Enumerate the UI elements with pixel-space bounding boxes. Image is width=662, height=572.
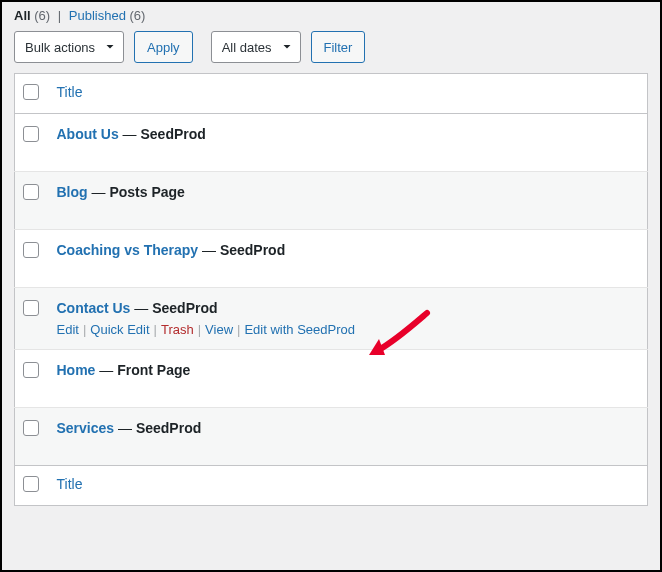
row-title-link[interactable]: About Us: [57, 126, 119, 142]
row-title-link[interactable]: Contact Us: [57, 300, 131, 316]
date-filter-select[interactable]: All dates: [211, 31, 301, 63]
row-state: SeedProd: [220, 242, 285, 258]
action-quick-edit[interactable]: Quick Edit: [90, 322, 149, 337]
filter-button[interactable]: Filter: [311, 31, 366, 63]
bulk-actions-select[interactable]: Bulk actions: [14, 31, 124, 63]
table-row: Contact Us — SeedProdEdit|Quick Edit|Tra…: [15, 288, 648, 350]
filter-all[interactable]: All (6): [14, 8, 54, 23]
table-row: Blog — Posts Page: [15, 172, 648, 230]
row-state: SeedProd: [152, 300, 217, 316]
action-edit-seedprod[interactable]: Edit with SeedProd: [244, 322, 355, 337]
row-checkbox[interactable]: [23, 242, 39, 258]
apply-button[interactable]: Apply: [134, 31, 193, 63]
tablenav-top: Bulk actions Apply All dates Filter: [2, 27, 660, 73]
row-checkbox[interactable]: [23, 184, 39, 200]
filter-published[interactable]: Published (6): [69, 8, 146, 23]
action-edit[interactable]: Edit: [57, 322, 79, 337]
row-state: SeedProd: [136, 420, 201, 436]
row-checkbox[interactable]: [23, 300, 39, 316]
row-actions: Edit|Quick Edit|Trash|View|Edit with See…: [57, 322, 640, 337]
action-view[interactable]: View: [205, 322, 233, 337]
row-state: SeedProd: [141, 126, 206, 142]
status-filter-links: All (6) | Published (6): [2, 2, 660, 27]
row-state: Posts Page: [109, 184, 184, 200]
chevron-down-icon: [103, 40, 117, 54]
row-title-link[interactable]: Blog: [57, 184, 88, 200]
column-title[interactable]: Title: [57, 84, 83, 100]
table-row: Home — Front Page: [15, 350, 648, 408]
pages-table: Title About Us — SeedProdBlog — Posts Pa…: [14, 73, 648, 506]
row-title-link[interactable]: Home: [57, 362, 96, 378]
action-trash[interactable]: Trash: [161, 322, 194, 337]
table-row: About Us — SeedProd: [15, 114, 648, 172]
select-all-top[interactable]: [23, 84, 39, 100]
row-checkbox[interactable]: [23, 362, 39, 378]
chevron-down-icon: [280, 40, 294, 54]
select-all-bottom[interactable]: [23, 476, 39, 492]
table-row: Services — SeedProd: [15, 408, 648, 466]
column-title-footer[interactable]: Title: [57, 476, 83, 492]
row-title-link[interactable]: Coaching vs Therapy: [57, 242, 199, 258]
row-state: Front Page: [117, 362, 190, 378]
row-checkbox[interactable]: [23, 420, 39, 436]
row-title-link[interactable]: Services: [57, 420, 115, 436]
table-row: Coaching vs Therapy — SeedProd: [15, 230, 648, 288]
row-checkbox[interactable]: [23, 126, 39, 142]
pages-list-screen: All (6) | Published (6) Bulk actions App…: [0, 0, 662, 572]
